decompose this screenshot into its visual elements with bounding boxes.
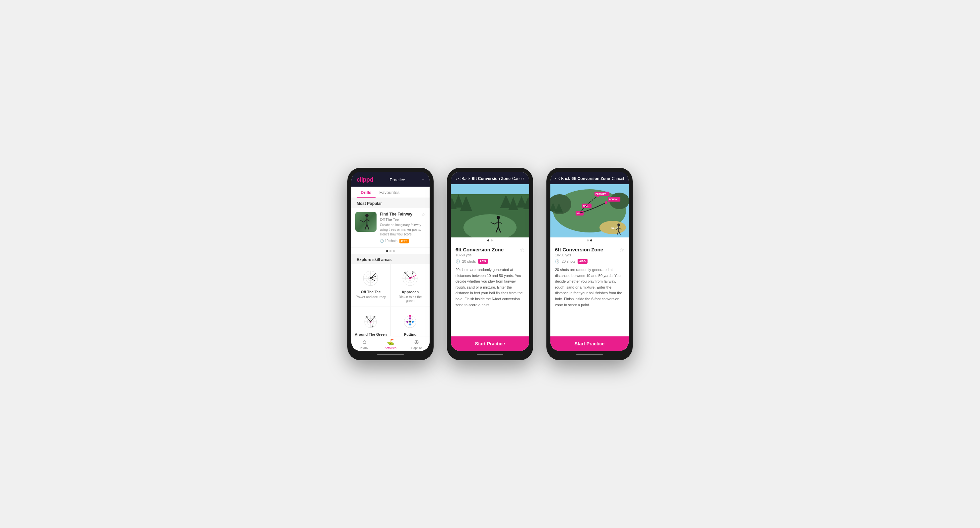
most-popular-label: Most Popular	[351, 198, 430, 208]
svg-text:Hit: Hit	[577, 212, 580, 215]
screen1-content: Most Popular	[351, 198, 430, 336]
arg-tag-3: ARG	[578, 259, 587, 264]
image-dot-1	[487, 239, 489, 241]
nav-capture[interactable]: ⊕ Capture	[403, 338, 430, 350]
explore-label: Explore skill areas	[351, 254, 430, 264]
clippd-logo: clippd	[356, 176, 373, 183]
approach-diagram	[399, 269, 422, 289]
hamburger-icon[interactable]: ≡	[422, 177, 424, 183]
cancel-button-2[interactable]: Cancel	[512, 176, 525, 181]
svg-point-57	[496, 216, 500, 219]
capture-label: Capture	[411, 346, 422, 350]
nav-home[interactable]: ⌂ Home	[351, 338, 377, 350]
svg-point-46	[406, 321, 408, 323]
drill-title: Find The Fairway	[380, 212, 426, 217]
cancel-button-3[interactable]: Cancel	[612, 176, 624, 181]
drill-subtitle: Off The Tee	[380, 217, 426, 222]
svg-point-35	[372, 326, 374, 327]
ott-tag: OTT	[399, 239, 409, 243]
drill-image-3: SAND FAIRWAY ROUGH Hit Miss	[550, 184, 629, 238]
clock-icon: 🕐	[380, 239, 384, 243]
skill-card-atg[interactable]: Around The Green Hone your short game	[351, 306, 390, 336]
golf-image	[355, 212, 377, 232]
bookmark-icon[interactable]: ☆	[421, 212, 426, 217]
tabs-bar: Drills Favourites	[351, 187, 430, 198]
drill-thumbnail	[355, 212, 377, 232]
svg-point-45	[412, 321, 414, 323]
carousel-dots	[351, 248, 430, 254]
skill-desc-approach: Dial-in to hit the green	[394, 295, 426, 303]
bottom-nav: ⌂ Home ⛳ Activities ⊕ Capture	[351, 336, 430, 351]
dot-2	[390, 250, 391, 252]
svg-line-5	[367, 225, 369, 230]
tab-favourites[interactable]: Favourites	[375, 187, 404, 198]
image-dot-3-1	[587, 239, 589, 241]
detail-description-3: 20 shots are randomly generated at dista…	[555, 267, 624, 308]
ott-diagram	[359, 269, 382, 289]
golf-scene-photo	[451, 184, 529, 238]
tab-drills[interactable]: Drills	[356, 187, 375, 198]
home-indicator	[377, 354, 404, 355]
dot-1	[386, 250, 388, 252]
nav-activities[interactable]: ⛳ Activities	[377, 338, 404, 350]
dot-3	[393, 250, 395, 252]
home-indicator-2	[477, 354, 503, 355]
activities-label: Activities	[385, 346, 396, 350]
detail-header-3: ‹ < Back 6ft Conversion Zone Cancel	[550, 172, 629, 184]
screen-3: ‹ < Back 6ft Conversion Zone Cancel SAND	[550, 172, 629, 351]
skill-grid: Off The Tee Power and accuracy	[351, 264, 430, 336]
screen-2: ‹ < Back 6ft Conversion Zone Cancel	[451, 172, 529, 351]
svg-point-34	[374, 316, 375, 318]
skill-name-ott: Off The Tee	[361, 290, 381, 294]
drill-info: Find The Fairway Off The Tee Create an i…	[380, 212, 426, 243]
detail-content-3: 6ft Conversion Zone 10-50 yds ☆ 🕐 20 sho…	[550, 242, 629, 337]
svg-text:SAND: SAND	[611, 227, 619, 230]
svg-point-43	[409, 317, 411, 319]
clock-icon-3: 🕐	[555, 259, 560, 264]
drill-shots: 🕐 10 shots	[380, 239, 398, 243]
svg-point-15	[369, 277, 372, 279]
screen-1: clippd Practice ≡ Drills Favourites Most…	[351, 172, 430, 351]
image-dots-3	[550, 238, 629, 242]
shots-text-2: 20 shots	[462, 259, 476, 263]
home-icon: ⌂	[363, 338, 366, 345]
skill-card-approach[interactable]: Approach Dial-in to hit the green	[391, 264, 430, 306]
image-dot-2	[491, 239, 493, 241]
svg-line-4	[365, 225, 367, 230]
detail-title-header-3: 6ft Conversion Zone	[572, 176, 610, 181]
svg-text:ROUGH: ROUGH	[609, 198, 617, 201]
skill-card-putting[interactable]: Putting Make and lag practice	[391, 306, 430, 336]
putting-diagram	[399, 311, 422, 331]
back-button-3[interactable]: ‹ < Back	[555, 176, 570, 181]
capture-icon: ⊕	[414, 338, 419, 346]
svg-point-81	[605, 201, 608, 204]
shots-text-3: 20 shots	[562, 259, 576, 263]
svg-point-80	[597, 195, 599, 197]
activities-icon: ⛳	[387, 338, 394, 346]
start-practice-button-2[interactable]: Start Practice	[451, 337, 529, 351]
bookmark-icon-2[interactable]: ☆	[520, 247, 525, 253]
drill-meta: 🕐 10 shots OTT	[380, 239, 426, 243]
detail-content-2: 6ft Conversion Zone 10-50 yds ☆ 🕐 20 sho…	[451, 242, 529, 337]
clock-icon-2: 🕐	[455, 259, 460, 264]
skill-name-putting: Putting	[404, 332, 417, 336]
svg-line-6	[360, 220, 364, 222]
drill-detail-title-2: 6ft Conversion Zone	[455, 247, 504, 252]
featured-drill-card[interactable]: Find The Fairway Off The Tee Create an i…	[351, 208, 430, 247]
image-dot-3-2	[590, 239, 592, 241]
bookmark-icon-3[interactable]: ☆	[619, 247, 624, 253]
screen1-header-title: Practice	[390, 177, 405, 182]
home-label: Home	[360, 346, 368, 349]
start-practice-button-3[interactable]: Start Practice	[550, 337, 629, 351]
drill-detail-title-3: 6ft Conversion Zone	[555, 247, 603, 252]
svg-text:Miss: Miss	[583, 205, 589, 207]
atg-diagram	[359, 311, 382, 331]
arg-tag-2: ARG	[478, 259, 488, 264]
back-button-2[interactable]: ‹ < Back	[455, 176, 471, 181]
drill-range-2: 10-50 yds	[455, 253, 504, 257]
home-indicator-3	[576, 354, 603, 355]
svg-line-2	[364, 220, 367, 222]
skill-card-ott[interactable]: Off The Tee Power and accuracy	[351, 264, 390, 306]
svg-point-42	[409, 315, 411, 317]
screen1-header: clippd Practice ≡	[351, 172, 430, 187]
